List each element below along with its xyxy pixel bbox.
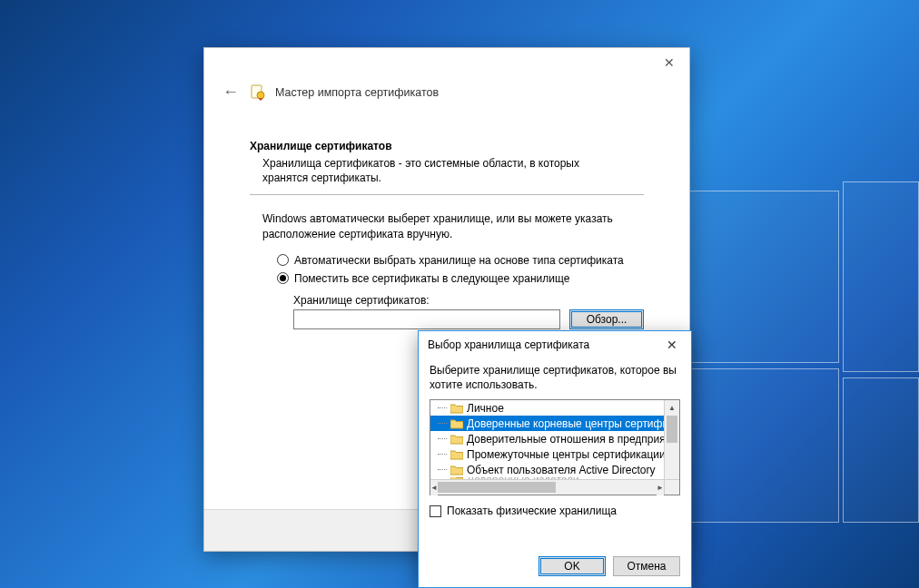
- tree-item-label: Личное: [467, 402, 664, 415]
- auto-select-description: Windows автоматически выберет хранилище,…: [262, 211, 635, 240]
- folder-icon: [450, 449, 463, 460]
- tree-connector: [438, 469, 447, 470]
- tree-item-label: Объект пользователя Active Directory: [467, 464, 664, 476]
- tree-item-label: Доверительные отношения в предприятии: [467, 433, 664, 446]
- ok-button[interactable]: OK: [539, 556, 606, 576]
- certificate-store-tree: Личное Доверенные корневые центры сертиф…: [430, 399, 680, 495]
- scroll-track[interactable]: [438, 480, 657, 495]
- browse-button[interactable]: Обзор...: [569, 309, 644, 329]
- tree-item-intermediate[interactable]: Промежуточные центры сертификации: [430, 446, 664, 462]
- tree-item-enterprise-trust[interactable]: Доверительные отношения в предприятии: [430, 431, 664, 446]
- tree-connector: [438, 423, 447, 424]
- certificate-store-input[interactable]: [293, 309, 560, 329]
- tree-item-trusted-root[interactable]: Доверенные корневые центры сертификации: [430, 416, 664, 431]
- wallpaper-panel: [676, 368, 839, 523]
- certificate-icon: [250, 84, 266, 101]
- certificate-store-label: Хранилище сертификатов:: [293, 294, 644, 307]
- scroll-thumb[interactable]: [667, 416, 677, 443]
- tree-connector: [438, 438, 447, 439]
- store-mode-radio-group: Автоматически выбрать хранилище на основ…: [277, 254, 644, 285]
- horizontal-scrollbar[interactable]: ◄ ►: [430, 479, 664, 495]
- wizard-header: ← Мастер импорта сертификатов: [204, 77, 689, 111]
- wallpaper-panel: [843, 377, 919, 523]
- close-icon[interactable]: ✕: [649, 49, 689, 76]
- tree-item-label: Доверенные корневые центры сертификации: [467, 417, 664, 430]
- section-heading: Хранилище сертификатов: [250, 140, 644, 152]
- scroll-thumb[interactable]: [438, 482, 556, 493]
- svg-point-1: [257, 92, 264, 99]
- radio-icon: [277, 254, 289, 266]
- certificate-store-block: Хранилище сертификатов: Обзор...: [293, 294, 644, 329]
- picker-body: Выберите хранилище сертификатов, которое…: [419, 358, 691, 547]
- close-icon[interactable]: ✕: [653, 331, 691, 358]
- folder-icon: [450, 418, 463, 429]
- radio-icon: [277, 272, 289, 284]
- scroll-corner: [664, 479, 679, 495]
- tree-connector: [438, 407, 447, 408]
- radio-auto-select[interactable]: Автоматически выбрать хранилище на основ…: [277, 254, 644, 267]
- radio-place-in-store[interactable]: Поместить все сертификаты в следующее хр…: [277, 272, 644, 285]
- scroll-left-icon[interactable]: ◄: [430, 480, 438, 495]
- picker-titlebar: Выбор хранилища сертификата ✕: [419, 331, 691, 358]
- section-description: Хранилища сертификатов - это системные о…: [262, 156, 608, 185]
- checkbox-icon: [430, 505, 441, 517]
- wallpaper-panel: [843, 181, 919, 372]
- picker-footer: OK Отмена: [419, 547, 691, 587]
- radio-place-label: Поместить все сертификаты в следующее хр…: [294, 272, 569, 285]
- wizard-body: Хранилище сертификатов Хранилища сертифи…: [204, 111, 689, 329]
- picker-title: Выбор хранилища сертификата: [428, 338, 589, 351]
- tree-item-ad-user-object[interactable]: Объект пользователя Active Directory: [430, 462, 664, 477]
- scroll-up-icon[interactable]: ▲: [665, 400, 679, 416]
- folder-icon: [450, 465, 463, 475]
- picker-instruction: Выберите хранилище сертификатов, которое…: [430, 364, 680, 392]
- folder-icon: [450, 403, 463, 414]
- back-arrow-icon[interactable]: ←: [221, 83, 241, 102]
- show-physical-stores-label: Показать физические хранилища: [447, 505, 617, 517]
- wallpaper-panel: [676, 191, 839, 363]
- radio-auto-label: Автоматически выбрать хранилище на основ…: [294, 254, 624, 267]
- tree-item-personal[interactable]: Личное: [430, 400, 664, 416]
- scroll-right-icon[interactable]: ►: [657, 480, 664, 495]
- tree-item-label: Промежуточные центры сертификации: [467, 448, 664, 461]
- folder-icon: [450, 434, 463, 445]
- certificate-store-picker-dialog: Выбор хранилища сертификата ✕ Выберите х…: [418, 330, 692, 588]
- desktop-wallpaper: ✕ ← Мастер импорта сертификатов Хранилищ…: [0, 0, 919, 588]
- wizard-title: Мастер импорта сертификатов: [275, 86, 439, 99]
- show-physical-stores-checkbox[interactable]: Показать физические хранилища: [430, 505, 680, 517]
- scroll-track[interactable]: [665, 416, 679, 479]
- cancel-button[interactable]: Отмена: [613, 556, 680, 576]
- wizard-titlebar: ✕: [204, 48, 689, 77]
- tree-connector: [438, 454, 447, 455]
- divider: [250, 194, 644, 195]
